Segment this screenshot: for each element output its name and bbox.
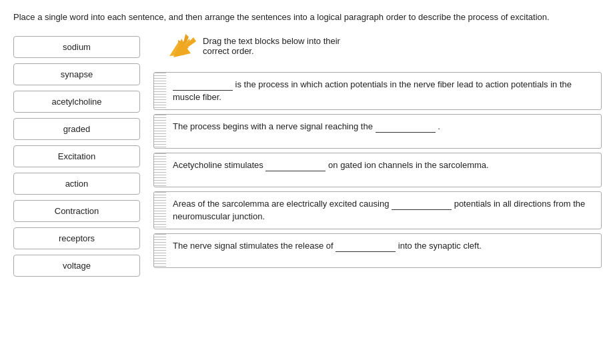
instruction-text: Place a single word into each sentence, …: [13, 11, 600, 24]
sentence-text: Acetycholine stimulates on gated ion cha…: [166, 153, 601, 187]
sentence-text: Areas of the sarcolemma are electrically…: [166, 192, 601, 229]
word-button[interactable]: receptors: [13, 227, 140, 249]
sentence-block[interactable]: Acetycholine stimulates on gated ion cha…: [153, 153, 602, 187]
drag-arrow-icon-2: [168, 33, 197, 63]
right-area: Drag the text blocks below into their co…: [153, 36, 602, 277]
drag-handle[interactable]: [154, 115, 166, 148]
word-button[interactable]: synapse: [13, 63, 140, 85]
drag-header: Drag the text blocks below into their co…: [153, 36, 602, 63]
sentence-text: is the process in which action potential…: [166, 73, 601, 109]
word-button[interactable]: action: [13, 173, 140, 195]
drag-handle[interactable]: [154, 234, 166, 267]
main-area: sodiumsynapseacetylcholinegradedExcitati…: [13, 36, 602, 277]
drag-handle[interactable]: [154, 153, 166, 187]
word-button[interactable]: voltage: [13, 255, 140, 277]
word-button[interactable]: Excitation: [13, 145, 140, 167]
word-button[interactable]: graded: [13, 118, 140, 140]
sentence-block[interactable]: Areas of the sarcolemma are electrically…: [153, 191, 602, 229]
sentences-area: is the process in which action potential…: [153, 72, 602, 268]
svg-marker-2: [173, 37, 196, 57]
drag-instruction: Drag the text blocks below into their co…: [203, 36, 340, 56]
word-button[interactable]: Contraction: [13, 200, 140, 222]
drag-handle[interactable]: [154, 192, 166, 229]
word-bank: sodiumsynapseacetylcholinegradedExcitati…: [13, 36, 140, 277]
word-button[interactable]: acetylcholine: [13, 91, 140, 113]
sentence-text: The nerve signal stimulates the release …: [166, 234, 601, 267]
sentence-block[interactable]: is the process in which action potential…: [153, 72, 602, 110]
sentence-block[interactable]: The nerve signal stimulates the release …: [153, 233, 602, 268]
sentence-block[interactable]: The process begins with a nerve signal r…: [153, 114, 602, 149]
word-button[interactable]: sodium: [13, 36, 140, 58]
drag-handle[interactable]: [154, 73, 166, 109]
sentence-text: The process begins with a nerve signal r…: [166, 115, 601, 148]
